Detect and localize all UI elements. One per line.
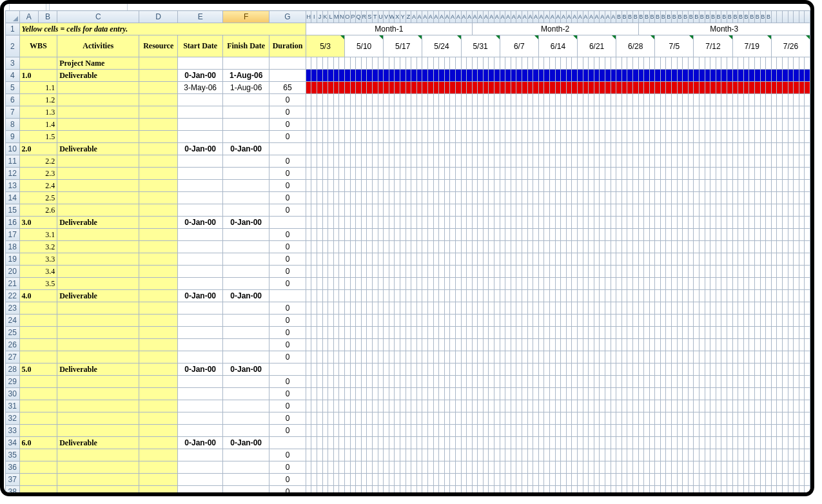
gantt-cell[interactable] [627, 351, 633, 363]
gantt-cell[interactable] [611, 143, 616, 155]
gantt-cell[interactable] [317, 339, 323, 351]
gantt-cell[interactable] [367, 302, 373, 315]
gantt-cell[interactable] [754, 302, 760, 315]
gantt-cell[interactable] [317, 266, 323, 278]
gantt-cell[interactable] [710, 412, 716, 425]
gantt-cell[interactable] [782, 425, 788, 437]
gantt-cell[interactable] [350, 388, 356, 400]
gantt-cell[interactable] [782, 168, 788, 180]
gantt-cell[interactable] [561, 302, 567, 315]
gantt-cell[interactable] [356, 106, 362, 119]
gantt-cell[interactable] [805, 363, 810, 376]
cell-resource[interactable] [139, 486, 178, 493]
gantt-cell[interactable] [489, 229, 494, 241]
gantt-cell[interactable] [505, 412, 511, 425]
gantt-cell[interactable] [638, 229, 644, 241]
gantt-cell[interactable] [500, 217, 505, 229]
gantt-cell[interactable] [317, 70, 323, 82]
gantt-cell[interactable] [345, 461, 351, 474]
gantt-cell[interactable] [406, 327, 411, 339]
gantt-cell[interactable] [799, 168, 805, 180]
col-header-mini[interactable]: B [660, 11, 666, 23]
gantt-cell[interactable] [616, 70, 622, 82]
gantt-cell[interactable] [328, 486, 334, 493]
gantt-cell[interactable] [727, 106, 733, 119]
gantt-cell[interactable] [660, 474, 666, 486]
gantt-cell[interactable] [705, 57, 710, 70]
gantt-cell[interactable] [538, 131, 544, 143]
gantt-cell[interactable] [799, 412, 805, 425]
gantt-cell[interactable] [555, 376, 561, 388]
gantt-cell[interactable] [400, 82, 406, 94]
gantt-cell[interactable] [738, 461, 744, 474]
gantt-cell[interactable] [621, 474, 627, 486]
gantt-cell[interactable] [433, 278, 439, 290]
gantt-cell[interactable] [794, 474, 799, 486]
row-header[interactable]: 13 [6, 180, 20, 192]
gantt-cell[interactable] [416, 339, 422, 351]
gantt-cell[interactable] [544, 253, 550, 266]
gantt-cell[interactable] [317, 131, 323, 143]
gantt-cell[interactable] [339, 192, 345, 204]
gantt-cell[interactable] [427, 192, 433, 204]
col-header-mini[interactable]: A [461, 11, 467, 23]
gantt-cell[interactable] [411, 302, 417, 315]
gantt-cell[interactable] [322, 94, 328, 106]
gantt-cell[interactable] [771, 327, 777, 339]
gantt-cell[interactable] [356, 217, 362, 229]
gantt-cell[interactable] [754, 425, 760, 437]
gantt-cell[interactable] [754, 461, 760, 474]
gantt-cell[interactable] [461, 315, 467, 327]
gantt-cell[interactable] [700, 437, 705, 449]
gantt-cell[interactable] [577, 351, 583, 363]
gantt-cell[interactable] [794, 315, 799, 327]
gantt-cell[interactable] [649, 290, 655, 302]
cell-duration[interactable]: 0 [269, 192, 306, 204]
gantt-cell[interactable] [472, 290, 478, 302]
gantt-cell[interactable] [621, 302, 627, 315]
gantt-cell[interactable] [356, 229, 362, 241]
gantt-cell[interactable] [561, 351, 567, 363]
gantt-cell[interactable] [406, 486, 411, 493]
gantt-cell[interactable] [561, 155, 567, 168]
gantt-cell[interactable] [527, 106, 533, 119]
gantt-cell[interactable] [505, 302, 511, 315]
gantt-cell[interactable] [322, 351, 328, 363]
gantt-cell[interactable] [378, 474, 384, 486]
gantt-cell[interactable] [444, 339, 450, 351]
gantt-cell[interactable] [594, 204, 600, 217]
gantt-cell[interactable] [356, 57, 362, 70]
gantt-cell[interactable] [433, 363, 439, 376]
gantt-cell[interactable] [644, 70, 650, 82]
gantt-cell[interactable] [605, 106, 611, 119]
gantt-cell[interactable] [621, 119, 627, 131]
gantt-cell[interactable] [550, 229, 556, 241]
gantt-cell[interactable] [566, 339, 572, 351]
gantt-cell[interactable] [538, 376, 544, 388]
gantt-cell[interactable] [589, 351, 594, 363]
gantt-cell[interactable] [317, 474, 323, 486]
gantt-cell[interactable] [600, 192, 605, 204]
gantt-cell[interactable] [555, 266, 561, 278]
gantt-cell[interactable] [516, 266, 522, 278]
gantt-cell[interactable] [395, 449, 400, 461]
gantt-cell[interactable] [700, 253, 705, 266]
col-header-mini[interactable]: A [500, 11, 505, 23]
gantt-cell[interactable] [694, 474, 700, 486]
gantt-cell[interactable] [655, 412, 661, 425]
gantt-cell[interactable] [611, 278, 616, 290]
gantt-cell[interactable] [727, 119, 733, 131]
gantt-cell[interactable] [333, 449, 339, 461]
gantt-cell[interactable] [621, 70, 627, 82]
gantt-cell[interactable] [611, 57, 616, 70]
gantt-cell[interactable] [799, 204, 805, 217]
gantt-cell[interactable] [672, 217, 678, 229]
gantt-cell[interactable] [478, 57, 484, 70]
gantt-cell[interactable] [638, 94, 644, 106]
gantt-cell[interactable] [561, 204, 567, 217]
gantt-cell[interactable] [384, 474, 389, 486]
gantt-cell[interactable] [632, 229, 638, 241]
gantt-cell[interactable] [516, 290, 522, 302]
gantt-cell[interactable] [666, 131, 672, 143]
gantt-cell[interactable] [572, 388, 578, 400]
